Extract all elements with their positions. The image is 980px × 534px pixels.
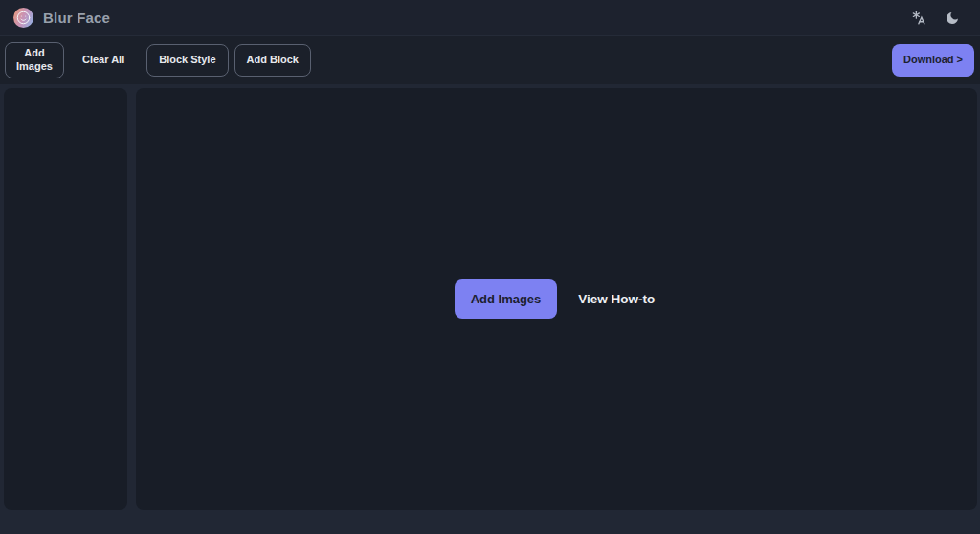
translate-icon[interactable]	[903, 4, 932, 33]
block-style-button[interactable]: Block Style	[146, 44, 228, 77]
view-howto-button[interactable]: View How-to	[574, 286, 658, 312]
app-logo-icon	[13, 8, 33, 28]
dark-mode-moon-icon[interactable]	[938, 4, 967, 33]
footer-strip	[0, 510, 980, 534]
empty-state: Add Images View How-to	[455, 279, 659, 319]
add-images-primary-button[interactable]: Add Images	[455, 279, 558, 319]
add-block-button[interactable]: Add Block	[234, 44, 311, 77]
add-images-toolbar-button[interactable]: Add Images	[5, 42, 64, 78]
content-area: Add Images View How-to	[4, 88, 977, 510]
clear-all-button[interactable]: Clear All	[71, 44, 136, 77]
download-button[interactable]: Download >	[892, 44, 974, 77]
canvas-panel: Add Images View How-to	[136, 88, 977, 510]
page-title: Blur Face	[43, 10, 110, 26]
toolbar: Add Images Clear All Block Style Add Blo…	[0, 36, 980, 84]
app-header: Blur Face	[0, 0, 980, 36]
image-list-sidebar	[4, 88, 127, 510]
